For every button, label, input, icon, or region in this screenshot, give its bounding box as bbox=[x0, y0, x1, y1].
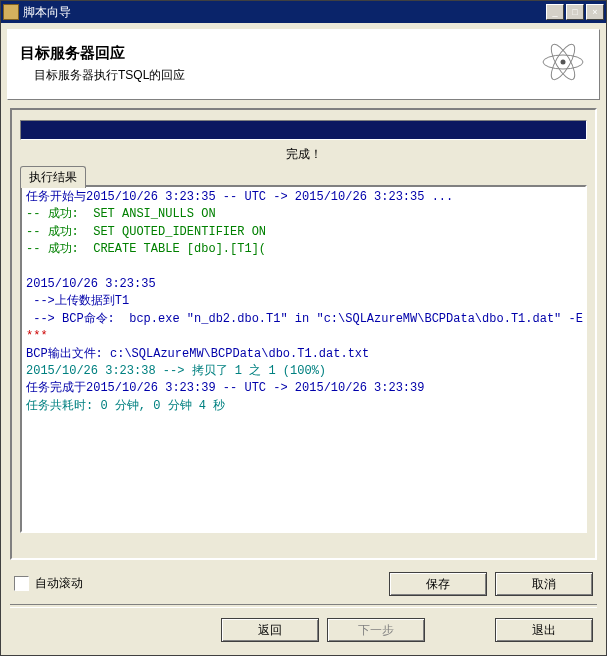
window-controls: _ □ × bbox=[546, 4, 604, 20]
log-line: -- 成功: SET ANSI_NULLS ON bbox=[26, 207, 216, 221]
log-line: 2015/10/26 3:23:35 bbox=[26, 277, 156, 291]
save-button[interactable]: 保存 bbox=[389, 572, 487, 596]
auto-scroll-checkbox[interactable] bbox=[14, 576, 29, 591]
log-line: -->上传数据到T1 bbox=[26, 294, 129, 308]
status-label: 完成！ bbox=[12, 146, 595, 163]
log-line: 任务共耗时: 0 分钟, 0 分钟 4 秒 bbox=[26, 399, 225, 413]
back-button[interactable]: 返回 bbox=[221, 618, 319, 642]
log-line: BCP输出文件: c:\SQLAzureMW\BCPData\dbo.T1.da… bbox=[26, 347, 369, 361]
svg-point-3 bbox=[561, 60, 566, 65]
auto-scroll-label: 自动滚动 bbox=[35, 575, 83, 592]
inner-button-row: 保存 取消 bbox=[389, 572, 593, 596]
titlebar[interactable]: 脚本向导 _ □ × bbox=[1, 1, 606, 23]
wizard-window: 脚本向导 _ □ × 目标服务器回应 目标服务器执行TSQL的回应 bbox=[0, 0, 607, 656]
tab-results[interactable]: 执行结果 bbox=[20, 166, 86, 188]
page-subtitle: 目标服务器执行TSQL的回应 bbox=[34, 67, 185, 84]
results-textbox[interactable]: 任务开始与2015/10/26 3:23:35 -- UTC -> 2015/1… bbox=[20, 185, 587, 533]
header-text: 目标服务器回应 目标服务器执行TSQL的回应 bbox=[20, 44, 185, 84]
tab-strip: 执行结果 bbox=[20, 165, 587, 185]
progress-bar bbox=[20, 120, 587, 140]
app-icon bbox=[3, 4, 19, 20]
page-title: 目标服务器回应 bbox=[20, 44, 185, 63]
log-line: 任务完成于2015/10/26 3:23:39 -- UTC -> 2015/1… bbox=[26, 381, 424, 395]
log-line: -- 成功: SET QUOTED_IDENTIFIER ON bbox=[26, 225, 266, 239]
minimize-button[interactable]: _ bbox=[546, 4, 564, 20]
header-panel: 目标服务器回应 目标服务器执行TSQL的回应 bbox=[7, 29, 600, 100]
separator bbox=[10, 604, 597, 608]
exit-button[interactable]: 退出 bbox=[495, 618, 593, 642]
close-button[interactable]: × bbox=[586, 4, 604, 20]
log-line: 任务开始与2015/10/26 3:23:35 -- UTC -> 2015/1… bbox=[26, 190, 453, 204]
log-line: --> BCP命令: bcp.exe "n_db2.dbo.T1" in "c:… bbox=[26, 312, 587, 326]
next-button: 下一步 bbox=[327, 618, 425, 642]
maximize-button[interactable]: □ bbox=[566, 4, 584, 20]
log-line: -- 成功: CREATE TABLE [dbo].[T1]( bbox=[26, 242, 266, 256]
atom-icon bbox=[539, 38, 587, 89]
wizard-button-row: 返回 下一步 退出 bbox=[221, 618, 593, 642]
body-panel: 完成！ 执行结果 任务开始与2015/10/26 3:23:35 -- UTC … bbox=[10, 108, 597, 560]
cancel-button[interactable]: 取消 bbox=[495, 572, 593, 596]
log-line: *** bbox=[26, 329, 48, 343]
client-area: 目标服务器回应 目标服务器执行TSQL的回应 完成！ 执行结果 bbox=[4, 26, 603, 652]
auto-scroll-row: 自动滚动 bbox=[14, 575, 83, 592]
log-line: 2015/10/26 3:23:38 --> 拷贝了 1 之 1 (100%) bbox=[26, 364, 326, 378]
window-title: 脚本向导 bbox=[23, 4, 546, 21]
